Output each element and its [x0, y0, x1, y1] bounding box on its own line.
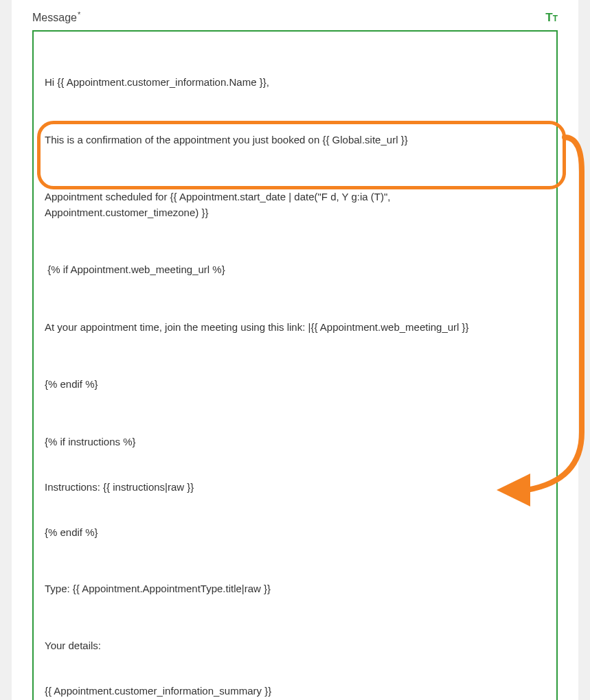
msg-line: At your appointment time, join the meeti… — [45, 320, 545, 336]
msg-line: {% endif %} — [45, 525, 545, 539]
msg-line: Your details: — [45, 638, 545, 653]
message-label: Message* — [32, 12, 80, 24]
required-asterisk: * — [78, 10, 80, 19]
label-text: Message — [32, 12, 77, 23]
msg-line: {% if Appointment.web_meeting_url %} — [45, 262, 545, 278]
message-field-header: Message* TT — [32, 11, 558, 25]
message-textarea[interactable]: Hi {{ Appointment.customer_information.N… — [32, 30, 558, 700]
msg-line: Instructions: {{ instructions|raw }} — [45, 480, 545, 494]
msg-line: Type: {{ Appointment.AppointmentType.tit… — [45, 581, 545, 597]
msg-line: Hi {{ Appointment.customer_information.N… — [45, 75, 545, 91]
msg-line: {{ Appointment.customer_information_summ… — [45, 684, 545, 698]
msg-line: {% endif %} — [45, 377, 545, 393]
msg-line: Appointment scheduled for {{ Appointment… — [45, 189, 545, 220]
text-format-icon[interactable]: TT — [545, 11, 558, 25]
page-container: Message* TT Hi {{ Appointment.customer_i… — [12, 0, 578, 700]
msg-line: {% if instructions %} — [45, 434, 545, 449]
msg-line: This is a confirmation of the appointmen… — [45, 132, 545, 148]
